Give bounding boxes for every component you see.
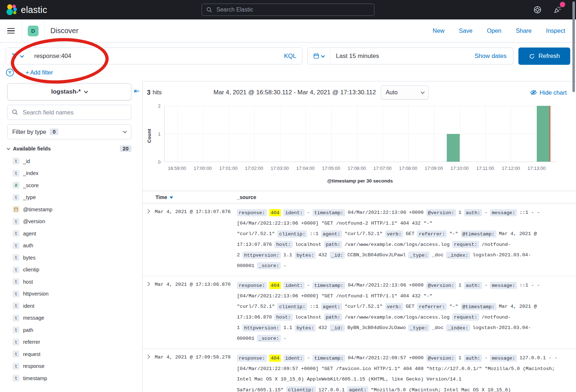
field-key-badge: timestamp: xyxy=(312,355,345,362)
field-value: 1.1 xyxy=(283,325,292,330)
menu-icon[interactable] xyxy=(0,28,22,34)
string-type-icon: t xyxy=(13,326,19,333)
y-tick-label: 1 xyxy=(148,131,161,137)
field-name: httpversion xyxy=(23,291,49,297)
field-item-host[interactable]: thost xyxy=(7,276,136,288)
x-tick-label: 17:04:00 xyxy=(296,166,315,171)
index-pattern-switcher[interactable]: logstash-* xyxy=(7,83,131,100)
saved-query-menu-button[interactable] xyxy=(6,48,29,64)
field-key-badge: agent: xyxy=(321,230,342,238)
field-value: - xyxy=(283,263,286,269)
field-item-ident[interactable]: tident xyxy=(7,300,136,312)
field-value: 1 xyxy=(459,283,462,288)
field-item-timestamp[interactable]: @timestamp xyxy=(7,203,136,216)
field-key-badge: auth: xyxy=(464,355,482,362)
field-key-badge: referrer: xyxy=(417,303,447,310)
add-filter-button[interactable]: + Add filter xyxy=(26,69,53,76)
content: logstash-* ⇤ Filter by type 0 Available … xyxy=(0,81,576,392)
field-item-score[interactable]: #_score xyxy=(7,179,136,192)
field-item-clientip[interactable]: tclientip xyxy=(7,264,136,276)
field-item-message[interactable]: tmessage xyxy=(7,312,136,324)
field-key-badge: ident: xyxy=(283,282,305,289)
field-item-response[interactable]: tresponse xyxy=(7,360,136,373)
query-input[interactable] xyxy=(29,53,278,60)
chart-plot[interactable] xyxy=(164,106,556,162)
available-fields-count: 20 xyxy=(120,145,131,152)
page-title: Discover xyxy=(50,27,78,35)
expand-row-icon[interactable] xyxy=(146,207,155,271)
field-item-httpversion[interactable]: thttpversion xyxy=(7,288,136,300)
global-search-input[interactable] xyxy=(216,6,370,13)
field-value: 04/Mar/2021:22:13:06 +0000 xyxy=(348,210,424,215)
field-value: 04/Mar/2021:22:09:57 +0000 xyxy=(348,355,424,361)
nav-share-button[interactable]: Share xyxy=(516,27,532,34)
elastic-logo[interactable]: elastic xyxy=(6,4,47,15)
time-column-header[interactable]: Time xyxy=(156,194,237,200)
field-item-request[interactable]: trequest xyxy=(7,348,136,360)
filter-by-type-dropdown[interactable]: Filter by type 0 xyxy=(7,124,131,139)
field-item-path[interactable]: tpath xyxy=(7,324,136,336)
field-name: _index xyxy=(23,170,39,176)
expand-row-icon[interactable] xyxy=(146,353,155,392)
nav-open-button[interactable]: Open xyxy=(487,27,501,34)
field-value: /var/www/example.com/logs/access.log xyxy=(345,242,450,247)
field-item-index[interactable]: t_index xyxy=(7,167,136,180)
field-item-agent[interactable]: tagent xyxy=(7,227,136,240)
field-item-version[interactable]: t@version xyxy=(7,216,136,228)
field-name: path xyxy=(23,327,33,333)
filter-count-badge: 0 xyxy=(50,129,58,135)
collapse-sidebar-icon[interactable]: ⇤ xyxy=(134,87,140,95)
field-name: referrer xyxy=(23,339,40,345)
doc-timestamp: Mar 4, 2021 @ 17:13:07.876 xyxy=(155,207,237,271)
field-item-auth[interactable]: tauth xyxy=(7,240,136,252)
show-dates-button[interactable]: Show dates xyxy=(474,53,513,60)
field-key-badge: httpversion: xyxy=(242,252,281,259)
expand-row-icon[interactable] xyxy=(146,280,155,344)
x-tick-label: 17:05:00 xyxy=(322,166,340,171)
nav-save-button[interactable]: Save xyxy=(459,27,473,34)
refresh-button[interactable]: Refresh xyxy=(518,48,570,65)
available-fields-header[interactable]: Available fields 20 xyxy=(7,145,131,152)
chevron-down-icon xyxy=(20,53,24,57)
help-icon[interactable] xyxy=(533,5,542,14)
field-item-type[interactable]: t_type xyxy=(7,192,136,204)
field-key-badge: _index: xyxy=(446,252,470,259)
field-item-id[interactable]: t_id xyxy=(7,155,136,167)
data-end-marker xyxy=(549,106,550,162)
chevron-down-icon xyxy=(7,147,10,150)
field-item-timestamp[interactable]: ttimestamp xyxy=(7,372,136,384)
brand-name: elastic xyxy=(21,5,47,15)
x-tick-label: 17:03:00 xyxy=(271,166,289,171)
interval-select[interactable]: Auto xyxy=(381,85,429,100)
scrollbar-thumb[interactable] xyxy=(572,1,575,92)
x-tick-label: 17:13:00 xyxy=(527,166,546,171)
gridline xyxy=(165,134,556,134)
date-quick-select-button[interactable] xyxy=(308,48,330,64)
nav-new-button[interactable]: New xyxy=(433,27,445,34)
field-key-badge: host: xyxy=(274,241,293,248)
index-pattern-name: logstash-* xyxy=(51,88,81,95)
filter-by-type-label: Filter by type xyxy=(12,129,46,135)
hits-count: 3 xyxy=(147,89,150,96)
histogram-bar[interactable] xyxy=(537,106,550,162)
field-key-badge: referrer: xyxy=(417,230,447,238)
notification-dot xyxy=(560,2,565,7)
hide-chart-button[interactable]: Hide chart xyxy=(530,89,567,96)
field-key-badge: response: xyxy=(237,209,267,216)
gridline xyxy=(165,106,556,106)
histogram-bar[interactable] xyxy=(447,134,460,162)
filter-circle-icon[interactable] xyxy=(6,68,14,77)
field-key-badge: @version: xyxy=(426,355,456,362)
time-range-value[interactable]: Last 15 minutes xyxy=(330,53,379,60)
field-value: /var/www/example.com/logs/access.log xyxy=(345,315,450,320)
field-search[interactable] xyxy=(7,105,131,120)
field-item-bytes[interactable]: tbytes xyxy=(7,252,136,264)
field-item-referrer[interactable]: treferrer xyxy=(7,336,136,348)
field-search-input[interactable] xyxy=(22,109,127,116)
field-key-badge: response: xyxy=(237,282,267,289)
nav-inspect-button[interactable]: Inspect xyxy=(546,27,565,34)
field-name: agent xyxy=(23,231,36,236)
query-language-button[interactable]: KQL xyxy=(278,53,302,60)
news-feed-icon[interactable] xyxy=(553,5,562,14)
global-search[interactable] xyxy=(202,4,374,16)
